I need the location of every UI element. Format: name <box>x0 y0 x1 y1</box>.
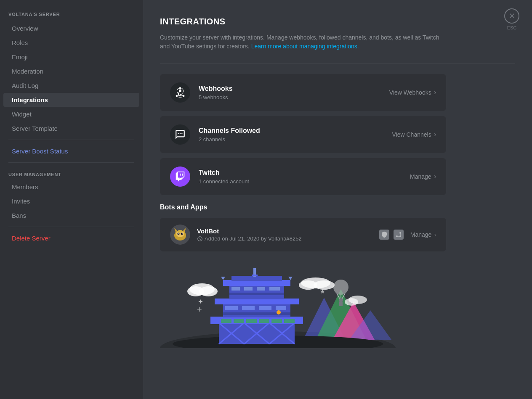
svg-point-15 <box>178 230 183 233</box>
svg-rect-55 <box>231 276 282 281</box>
svg-rect-36 <box>234 319 244 323</box>
close-icon: ✕ <box>509 11 515 21</box>
twitch-icon-container <box>170 166 190 187</box>
sidebar-divider-3 <box>8 227 134 227</box>
sidebar-item-audit-log[interactable]: Audit Log <box>3 79 139 92</box>
close-button[interactable]: ✕ ESC <box>504 8 519 30</box>
close-circle: ✕ <box>504 8 519 24</box>
shield-icon <box>381 231 388 238</box>
voltbot-manage-label: Manage <box>410 231 432 238</box>
channels-followed-card[interactable]: Channels Followed 2 channels View Channe… <box>160 116 446 153</box>
svg-point-65 <box>339 298 343 302</box>
voltbot-card[interactable]: VoltBot Added on Jul 21, 2020 by Voltana… <box>160 218 446 251</box>
sidebar-item-server-template[interactable]: Server Template <box>3 122 139 135</box>
webhooks-icon-container <box>170 82 190 103</box>
svg-rect-49 <box>231 287 240 291</box>
webhooks-card[interactable]: Webhooks 5 webhooks View Webhooks › <box>160 74 446 111</box>
voltbot-icons <box>379 230 404 240</box>
sidebar-boost-status[interactable]: Server Boost Status <box>3 144 139 158</box>
svg-rect-66 <box>339 302 343 306</box>
svg-point-17 <box>399 232 401 234</box>
svg-rect-54 <box>223 280 290 286</box>
sidebar-item-invites[interactable]: Invites <box>3 194 139 208</box>
twitch-icon <box>175 172 185 182</box>
section-divider <box>160 63 515 64</box>
svg-marker-58 <box>221 277 225 280</box>
channels-icon <box>175 129 186 140</box>
svg-point-18 <box>399 235 401 237</box>
sidebar-item-members[interactable]: Members <box>3 180 139 194</box>
svg-point-9 <box>178 233 180 235</box>
channels-action[interactable]: View Channels › <box>392 131 436 138</box>
twitch-sub: 1 connected account <box>199 178 410 185</box>
close-esc-label: ESC <box>507 25 517 30</box>
main-content: ✕ ESC INTEGRATIONS Customize your server… <box>143 0 532 399</box>
sidebar-item-emoji[interactable]: Emoji <box>3 50 139 64</box>
voltbot-added-text: Added on Jul 21, 2020 by Voltana#8252 <box>205 235 302 242</box>
svg-rect-44 <box>259 306 271 310</box>
channels-sub: 2 channels <box>199 136 392 143</box>
twitch-action[interactable]: Manage › <box>410 173 436 180</box>
sidebar-item-overview[interactable]: Overview <box>3 21 139 35</box>
svg-rect-39 <box>271 319 282 323</box>
voltbot-permissions-icon <box>379 230 389 240</box>
voltbot-avatar-img <box>170 225 190 245</box>
channels-name: Channels Followed <box>199 127 392 135</box>
sidebar-item-roles[interactable]: Roles <box>3 36 139 50</box>
svg-point-0 <box>176 95 178 97</box>
illustration: ✦ ★ + <box>160 264 446 348</box>
voltbot-name: VoltBot <box>197 227 379 235</box>
sidebar-item-moderation[interactable]: Moderation <box>3 64 139 78</box>
webhooks-icon <box>174 87 186 98</box>
svg-marker-59 <box>288 277 293 280</box>
webhooks-name: Webhooks <box>199 85 389 92</box>
twitch-card[interactable]: Twitch 1 connected account Manage › <box>160 158 446 195</box>
twitch-name: Twitch <box>199 169 410 177</box>
svg-point-72 <box>314 280 335 290</box>
delete-server-button[interactable]: Delete Server <box>3 231 139 245</box>
webhooks-action-label: View Webhooks <box>389 89 431 96</box>
svg-point-12 <box>182 233 183 234</box>
svg-point-1 <box>179 87 181 89</box>
voltbot-chevron: › <box>434 231 436 238</box>
sidebar-item-widget[interactable]: Widget <box>3 107 139 121</box>
svg-text:+: + <box>197 305 202 314</box>
svg-rect-51 <box>257 287 265 291</box>
description-link[interactable]: Learn more about managing integrations. <box>251 43 359 50</box>
page-description: Customize your server with integrations.… <box>160 33 446 51</box>
channels-chevron: › <box>434 131 436 138</box>
svg-rect-37 <box>246 319 257 323</box>
channels-icon-container <box>170 124 190 145</box>
svg-point-10 <box>181 233 183 235</box>
sidebar: VOLTANA'S SERVER Overview Roles Emoji Mo… <box>0 0 143 399</box>
svg-rect-53 <box>229 293 284 295</box>
webhooks-chevron: › <box>434 89 436 96</box>
page-title: INTEGRATIONS <box>160 17 515 26</box>
clock-icon <box>197 236 203 242</box>
voltbot-info: VoltBot Added on Jul 21, 2020 by Voltana… <box>197 227 379 242</box>
channels-info: Channels Followed 2 channels <box>199 127 392 143</box>
svg-rect-35 <box>221 319 231 323</box>
svg-rect-42 <box>225 306 238 310</box>
voltbot-avatar <box>170 225 190 245</box>
voltbot-added: Added on Jul 21, 2020 by Voltana#8252 <box>197 235 379 242</box>
sidebar-divider-1 <box>8 140 134 140</box>
webhooks-action[interactable]: View Webhooks › <box>389 89 436 96</box>
channels-action-label: View Channels <box>392 131 431 138</box>
svg-rect-45 <box>276 306 286 310</box>
twitch-info: Twitch 1 connected account <box>199 169 410 185</box>
connect-icon <box>395 231 402 238</box>
sparkle-1: ✦ <box>198 298 203 305</box>
svg-point-61 <box>333 280 348 295</box>
voltbot-manage[interactable]: Manage › <box>410 231 436 238</box>
sidebar-divider-2 <box>8 162 134 163</box>
svg-rect-41 <box>223 304 290 317</box>
sidebar-item-bans[interactable]: Bans <box>3 209 139 222</box>
decorative-illustration: ✦ ★ + <box>160 264 396 348</box>
sidebar-item-integrations[interactable]: Integrations <box>3 93 139 107</box>
webhooks-info: Webhooks 5 webhooks <box>199 85 389 100</box>
twitch-chevron: › <box>434 173 436 180</box>
svg-rect-47 <box>215 299 299 304</box>
svg-rect-38 <box>259 319 269 323</box>
svg-rect-50 <box>244 287 253 291</box>
